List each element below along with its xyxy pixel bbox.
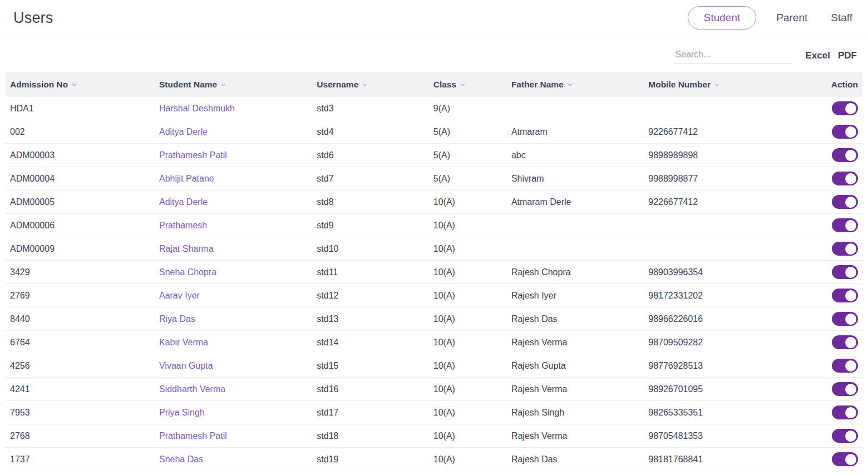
toggle-knob (845, 314, 856, 325)
status-toggle[interactable] (832, 429, 858, 443)
toggle-knob (845, 126, 856, 138)
student-name-link[interactable]: Aarav Iyer (159, 291, 200, 300)
cell-mobile-number (644, 214, 782, 237)
tab-student[interactable]: Student (688, 6, 757, 30)
status-toggle[interactable] (832, 172, 858, 185)
column-header-father_name[interactable]: Father Name (507, 72, 644, 97)
student-name-link[interactable]: Vivaan Gupta (159, 361, 213, 370)
cell-mobile-number: 98294754976 (644, 471, 782, 474)
status-toggle[interactable] (832, 265, 858, 279)
student-name-link[interactable]: Aditya Derle (159, 127, 208, 136)
student-name-link[interactable]: Harshal Deshmukh (159, 104, 235, 113)
status-toggle[interactable] (832, 335, 858, 349)
cell-username: std17 (312, 401, 428, 424)
toggle-knob (845, 243, 856, 255)
table-row: 6764Kabir Vermastd1410(A)Rajesh Verma987… (6, 331, 862, 354)
cell-action (783, 307, 862, 331)
export-excel-button[interactable]: Excel (805, 49, 831, 62)
status-toggle[interactable] (832, 125, 858, 139)
column-header-mobile_number[interactable]: Mobile Number (644, 72, 782, 97)
toggle-knob (845, 384, 856, 395)
cell-action (783, 237, 862, 261)
cell-mobile-number (644, 97, 782, 120)
student-name-link[interactable]: Kabir Verma (159, 338, 208, 347)
cell-action (783, 167, 862, 190)
table-row: 4256Vivaan Guptastd1510(A)Rajesh Gupta98… (6, 354, 862, 378)
export-pdf-button[interactable]: PDF (837, 49, 858, 62)
tab-staff[interactable]: Staff (827, 7, 856, 29)
cell-mobile-number: 98709509282 (644, 331, 782, 354)
cell-admission-no: 002 (6, 120, 155, 144)
table-row: 3429Sneha Choprastd1110(A)Rajesh Chopra9… (6, 261, 862, 284)
student-name-link[interactable]: Siddharth Verma (159, 384, 225, 394)
cell-student-name: Aditya Derle (155, 190, 312, 214)
cell-username: std7 (312, 167, 428, 190)
column-header-admission_no[interactable]: Admission No (6, 72, 155, 97)
table-row: HDA1Harshal Deshmukhstd39(A) (6, 97, 862, 120)
search-input[interactable] (674, 47, 792, 63)
cell-username: std15 (312, 354, 428, 378)
cell-action (783, 144, 862, 167)
user-type-tabs: Student Parent Staff (688, 6, 856, 30)
cell-username: std18 (312, 424, 428, 448)
student-name-link[interactable]: Priya Singh (159, 408, 205, 417)
cell-class: 10(A) (429, 284, 507, 307)
student-name-link[interactable]: Rajat Sharma (159, 244, 214, 253)
cell-student-name: Siddharth Verma (155, 378, 312, 401)
cell-class: 10(A) (429, 424, 507, 448)
column-label: Father Name (511, 80, 564, 89)
table-row: ADM00009Rajat Sharmastd1010(A) (6, 237, 862, 261)
status-toggle[interactable] (832, 148, 858, 162)
sort-chevron-icon (71, 82, 77, 88)
status-toggle[interactable] (832, 452, 858, 466)
student-name-link[interactable]: Prathamesh (159, 221, 207, 230)
tab-parent[interactable]: Parent (773, 7, 811, 29)
cell-action (783, 97, 862, 120)
cell-action (783, 214, 862, 237)
cell-class: 10(A) (429, 190, 507, 214)
cell-class: 10(A) (429, 214, 507, 237)
toggle-knob (845, 220, 856, 231)
status-toggle[interactable] (832, 405, 858, 419)
cell-student-name: Harshal Deshmukh (155, 97, 312, 120)
cell-mobile-number: 9988998877 (644, 167, 782, 190)
cell-student-name: Sneha Das (155, 448, 312, 471)
cell-class: 9(A) (429, 97, 507, 120)
cell-father-name: abc (507, 144, 644, 167)
cell-father-name: Rajesh Chopra (507, 261, 644, 284)
student-name-link[interactable]: Prathamesh Patil (159, 431, 227, 441)
status-toggle[interactable] (832, 359, 858, 373)
cell-mobile-number (644, 237, 782, 261)
student-name-link[interactable]: Sneha Chopra (159, 267, 216, 277)
cell-admission-no: 3429 (6, 261, 155, 284)
table-row: 8440Riya Dasstd1310(A)Rajesh Das98966226… (6, 307, 862, 331)
student-name-link[interactable]: Riya Das (159, 314, 195, 324)
status-toggle[interactable] (832, 218, 858, 232)
cell-student-name: Prathamesh Patil (155, 424, 312, 448)
status-toggle[interactable] (832, 242, 858, 256)
status-toggle[interactable] (832, 101, 858, 115)
student-name-link[interactable]: Sneha Das (159, 455, 203, 464)
cell-father-name: Rajesh Singh (507, 401, 644, 424)
table-row: ADM00006Prathameshstd910(A) (6, 214, 862, 237)
column-header-class[interactable]: Class (429, 72, 507, 97)
cell-father-name: Rajesh Verma (507, 378, 644, 401)
toggle-knob (845, 454, 856, 465)
student-name-link[interactable]: Aditya Derle (159, 197, 208, 207)
student-name-link[interactable]: Prathamesh Patil (159, 150, 227, 160)
toggle-knob (845, 197, 856, 208)
status-toggle[interactable] (832, 195, 858, 209)
cell-username: std6 (312, 144, 428, 167)
cell-username: std4 (312, 120, 428, 144)
status-toggle[interactable] (832, 289, 858, 302)
cell-class: 10(A) (429, 307, 507, 331)
column-header-username[interactable]: Username (312, 72, 428, 97)
student-name-link[interactable]: Abhijit Patane (159, 174, 214, 183)
column-header-student_name[interactable]: Student Name (155, 72, 312, 97)
status-toggle[interactable] (832, 312, 858, 326)
cell-student-name: Prathamesh (155, 214, 312, 237)
table-row: 1737Sneha Dasstd1910(A)Rajesh Das9818176… (6, 448, 862, 471)
toggle-knob (845, 103, 856, 114)
status-toggle[interactable] (832, 382, 858, 396)
cell-mobile-number: 9226677412 (644, 190, 782, 214)
